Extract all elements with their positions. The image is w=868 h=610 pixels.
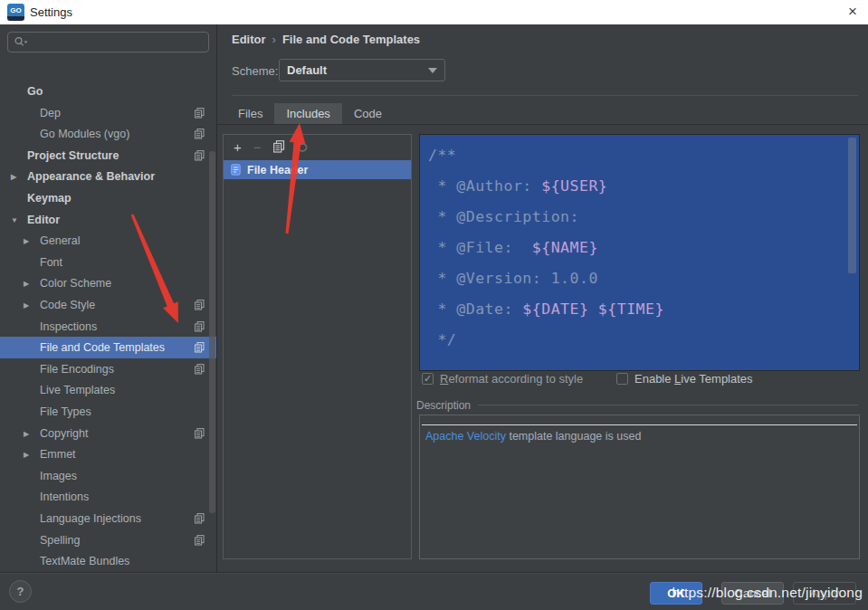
chevron-collapsed-icon[interactable]: ▶ — [11, 173, 16, 181]
sidebar-item-label: Dep — [40, 107, 61, 119]
copy-settings-icon — [195, 129, 205, 139]
tab-code[interactable]: Code — [342, 103, 394, 124]
sidebar-item-copyright[interactable]: ▶Copyright — [0, 423, 217, 444]
sidebar-item-label: Inspections — [40, 320, 97, 333]
title-bar: GO Settings × — [0, 0, 868, 24]
sidebar-item-inspections[interactable]: Inspections — [0, 316, 217, 338]
sidebar-item-project-structure[interactable]: Project Structure — [0, 145, 217, 167]
apache-velocity-link[interactable]: Apache Velocity — [425, 430, 506, 443]
sidebar-item-label: Live Templates — [40, 384, 115, 396]
add-template-button[interactable]: + — [234, 140, 242, 154]
help-button[interactable]: ? — [9, 580, 32, 603]
window-title: Settings — [30, 5, 72, 19]
sidebar-item-keymap[interactable]: Keymap — [0, 187, 217, 209]
template-variable: ${USER} — [541, 177, 607, 195]
code-line: * @Version: 1.0.0 — [428, 263, 859, 294]
tab-files[interactable]: Files — [226, 103, 274, 124]
sidebar-item-label: Spelling — [40, 534, 80, 547]
search-input[interactable] — [7, 32, 209, 52]
template-variable: ${DATE} — [522, 300, 588, 318]
comment-text: * @Version: 1.0.0 — [428, 270, 598, 287]
template-list-item-file-header[interactable]: File Header — [224, 160, 411, 179]
sidebar-item-label: Go Modules (vgo) — [40, 128, 129, 140]
description-divider — [422, 424, 857, 425]
sidebar-item-file-types[interactable]: File Types — [0, 401, 217, 423]
sidebar-item-label: Code Style — [40, 299, 95, 311]
template-code-editor[interactable]: /** * @Author: ${USER} * @Description: *… — [419, 134, 860, 371]
tab-includes[interactable]: Includes — [274, 103, 341, 124]
sidebar-item-go-modules-vgo[interactable]: Go Modules (vgo) — [0, 123, 217, 145]
copy-template-button[interactable] — [273, 140, 285, 155]
goland-logo-icon: GO — [7, 4, 24, 21]
sidebar-item-dep[interactable]: Dep — [0, 102, 217, 124]
breadcrumb-file-and-code-templates: File and Code Templates — [282, 33, 420, 46]
sidebar-item-label: Go — [27, 85, 43, 98]
chevron-collapsed-icon[interactable]: ▶ — [24, 237, 29, 245]
sidebar-scrollbar[interactable] — [209, 151, 215, 513]
chevron-expanded-icon[interactable]: ▼ — [11, 216, 18, 224]
breadcrumb-chevron-icon: › — [266, 33, 282, 46]
comment-text: */ — [428, 331, 456, 348]
close-icon[interactable]: × — [837, 0, 868, 24]
file-icon — [231, 164, 241, 176]
sidebar-item-textmate-bundles[interactable]: TextMate Bundles — [0, 550, 217, 572]
sidebar-item-file-encodings[interactable]: File Encodings — [0, 358, 217, 380]
sidebar-item-color-scheme[interactable]: ▶Color Scheme — [0, 272, 217, 294]
sidebar-item-label: Appearance & Behavior — [27, 170, 155, 183]
template-list-panel: + − — [223, 134, 412, 559]
csdn-watermark: https://blog.csdn.net/jinyidong — [672, 585, 863, 601]
template-list-toolbar: + − — [224, 135, 411, 159]
sidebar-item-live-templates[interactable]: Live Templates — [0, 379, 217, 401]
sidebar-item-appearance-behavior[interactable]: ▶Appearance & Behavior — [0, 166, 217, 187]
description-label: Description — [416, 399, 471, 412]
copy-settings-icon — [195, 535, 205, 546]
sidebar-item-file-and-code-templates[interactable]: File and Code Templates — [0, 337, 217, 358]
search-icon — [14, 36, 28, 48]
copy-settings-icon — [195, 300, 205, 310]
template-variable: ${TIME} — [598, 300, 664, 318]
template-name: File Header — [247, 164, 308, 176]
enable-live-templates-checkbox[interactable]: Enable Live Templates — [616, 372, 753, 386]
sidebar-item-font[interactable]: Font — [0, 252, 217, 273]
sidebar-item-spelling[interactable]: Spelling — [0, 529, 217, 551]
sidebar-item-code-style[interactable]: ▶Code Style — [0, 294, 217, 316]
remove-template-button[interactable]: − — [253, 140, 262, 154]
editor-scrollbar[interactable] — [848, 138, 856, 273]
settings-sidebar: GoDepGo Modules (vgo)Project Structure▶A… — [0, 24, 217, 572]
sidebar-item-general[interactable]: ▶General — [0, 230, 217, 252]
description-text: template language is used — [506, 430, 641, 443]
chevron-collapsed-icon[interactable]: ▶ — [24, 430, 29, 438]
sidebar-item-label: File Types — [40, 405, 91, 418]
sidebar-item-emmet[interactable]: ▶Emmet — [0, 443, 217, 465]
code-line: */ — [428, 325, 859, 356]
code-line: /** — [428, 140, 859, 171]
reformat-checkbox[interactable]: ✓ Reformat according to style — [422, 372, 583, 386]
scheme-dropdown[interactable]: Default — [279, 59, 445, 81]
breadcrumb-editor[interactable]: Editor — [232, 33, 266, 46]
chevron-collapsed-icon[interactable]: ▶ — [24, 451, 29, 459]
chevron-collapsed-icon[interactable]: ▶ — [24, 301, 29, 310]
comment-text: * @Description: — [428, 208, 588, 225]
revert-icon — [297, 141, 309, 152]
scheme-label: Scheme: — [232, 64, 278, 78]
sidebar-item-editor[interactable]: ▼Editor — [0, 209, 217, 231]
sidebar-item-images[interactable]: Images — [0, 465, 217, 487]
sidebar-item-label: TextMate Bundles — [40, 555, 129, 567]
sidebar-item-language-injections[interactable]: Language Injections — [0, 508, 217, 529]
checkbox-unchecked-icon — [616, 373, 628, 385]
sidebar-item-label: File Encodings — [40, 363, 114, 376]
sidebar-item-label: Project Structure — [27, 149, 119, 162]
sidebar-item-label: Emmet — [40, 448, 76, 461]
reformat-label: Reformat according to style — [440, 372, 583, 386]
comment-text: * @Date: — [428, 300, 522, 318]
sidebar-item-label: Images — [40, 470, 77, 482]
comment-text: * @Author: — [428, 177, 541, 195]
sidebar-item-go[interactable]: Go — [0, 81, 217, 102]
reset-template-button[interactable] — [297, 140, 309, 154]
settings-dialog: GO Settings × GoDepGo Modules (vgo)Proje… — [0, 0, 868, 610]
chevron-collapsed-icon[interactable]: ▶ — [24, 280, 29, 288]
comment-text: * @File: — [428, 239, 532, 256]
copy-settings-icon — [195, 513, 205, 524]
sidebar-item-intentions[interactable]: Intentions — [0, 486, 217, 508]
copy-settings-icon — [195, 364, 205, 375]
